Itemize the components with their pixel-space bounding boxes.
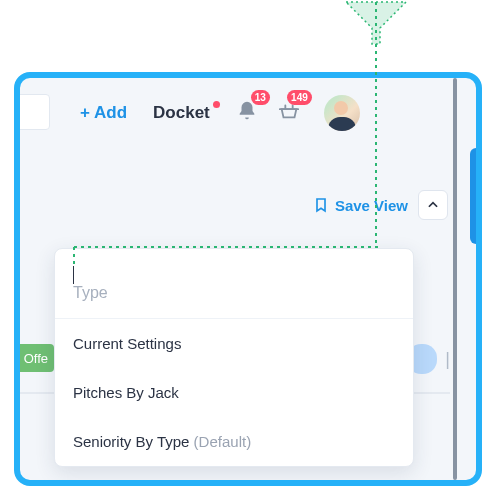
view-option[interactable]: Current Settings — [55, 319, 413, 368]
chevron-up-icon — [426, 198, 440, 212]
basket-badge: 149 — [287, 90, 312, 105]
app-frame: Search + Add Docket 13 149 Save View Off… — [14, 72, 482, 486]
svg-point-1 — [480, 219, 482, 226]
docket-label: Docket — [153, 103, 210, 122]
avatar[interactable] — [324, 95, 360, 131]
dotted-path — [72, 245, 76, 265]
view-option-label: Pitches By Jack — [73, 384, 179, 401]
views-popover: Current Settings Pitches By Jack Seniori… — [54, 248, 414, 467]
bg-divider: | — [445, 349, 450, 370]
notifications-button[interactable]: 13 — [236, 100, 258, 126]
text-cursor — [73, 266, 74, 284]
dotted-path — [72, 245, 380, 249]
view-option-label: Current Settings — [73, 335, 181, 352]
notification-badge: 13 — [251, 90, 270, 105]
add-button[interactable]: + Add — [80, 103, 127, 123]
docket-link[interactable]: Docket — [153, 103, 210, 123]
save-view-label: Save View — [335, 197, 408, 214]
save-view-row: Save View — [313, 190, 448, 220]
search-tab[interactable]: Search — [470, 148, 482, 244]
bookmark-icon — [313, 197, 329, 213]
notification-dot-icon — [213, 101, 220, 108]
view-option-suffix: (Default) — [189, 433, 251, 450]
popover-search-row — [55, 249, 413, 319]
collapse-button[interactable] — [418, 190, 448, 220]
topbar: + Add Docket 13 149 — [20, 78, 476, 148]
view-option-label: Seniority By Type — [73, 433, 189, 450]
search-icon — [478, 215, 482, 229]
view-option[interactable]: Seniority By Type (Default) — [55, 417, 413, 466]
search-tab-label: Search — [477, 163, 483, 211]
basket-button[interactable]: 149 — [278, 100, 300, 126]
save-view-button[interactable]: Save View — [313, 197, 408, 214]
view-option[interactable]: Pitches By Jack — [55, 368, 413, 417]
view-filter-input[interactable] — [73, 284, 395, 302]
dotted-path — [374, 0, 378, 245]
bg-chip: Offe — [14, 344, 54, 372]
